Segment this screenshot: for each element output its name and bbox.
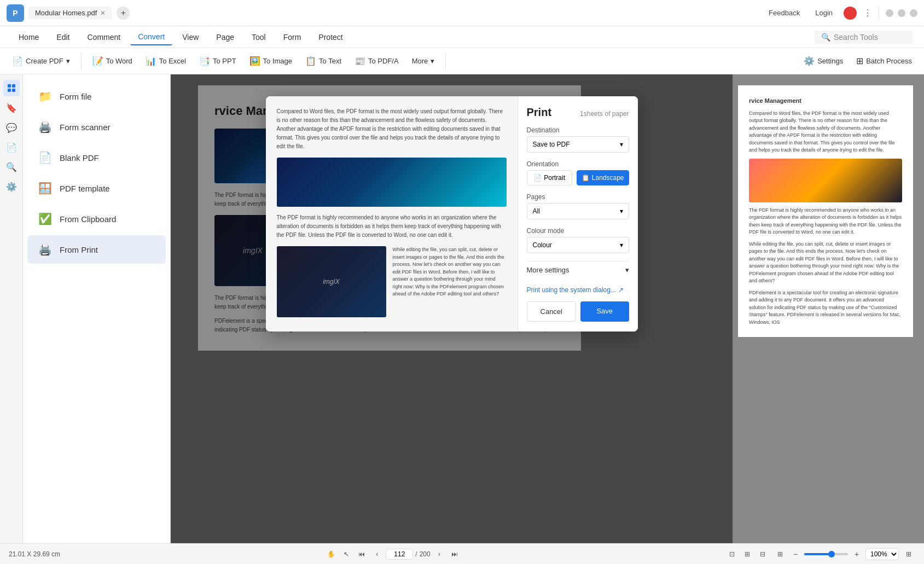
next-page-button[interactable]: › — [433, 548, 446, 561]
create-pdf-chevron: ▾ — [66, 57, 70, 65]
portrait-icon: 📄 — [533, 174, 542, 182]
orientation-section: Orientation 📄 Portrait 📋 Landscape — [527, 160, 629, 185]
landscape-button[interactable]: 📋 Landscape — [577, 170, 629, 185]
sidebar-icon-view[interactable] — [3, 80, 20, 96]
to-image-button[interactable]: 🖼️ To Image — [244, 53, 298, 69]
zoom-level-select[interactable]: 100% 75% 125% 150% — [865, 548, 899, 560]
sidebar-icon-search[interactable]: 🔍 — [3, 159, 20, 175]
orientation-label: Orientation — [527, 160, 629, 168]
to-pdfa-label: To PDF/A — [368, 57, 399, 65]
tab-active[interactable]: Modular Homes.pdf ✕ — [28, 7, 112, 19]
close-button[interactable] — [910, 9, 917, 17]
zoom-in-button[interactable]: + — [851, 549, 862, 560]
more-options-icon[interactable]: ⋮ — [863, 8, 872, 18]
panel-item-blank-pdf[interactable]: 📄 Blank PDF — [27, 143, 166, 172]
new-tab-button[interactable]: + — [117, 7, 130, 20]
to-ppt-button[interactable]: 📑 To PPT — [194, 53, 242, 69]
to-pdfa-icon: 📰 — [355, 56, 365, 66]
layout-icon[interactable]: ⊞ — [902, 548, 915, 561]
to-text-button[interactable]: 📋 To Text — [300, 53, 347, 69]
grid-view-icon[interactable]: ⊞ — [774, 548, 787, 561]
zoom-slider[interactable] — [804, 553, 848, 555]
menu-form[interactable]: Form — [276, 30, 309, 45]
sidebar-icon-pages[interactable]: 📄 — [3, 139, 20, 155]
hand-tool-icon[interactable]: ✋ — [324, 548, 338, 561]
svg-rect-1 — [12, 84, 15, 88]
pages-select[interactable]: All ▾ — [527, 203, 629, 219]
save-button[interactable]: Save — [580, 301, 629, 322]
maximize-button[interactable] — [898, 9, 905, 17]
to-ppt-icon: 📑 — [199, 56, 210, 66]
last-page-button[interactable]: ⏭ — [448, 548, 461, 561]
search-tools[interactable]: 🔍 Search Tools — [815, 31, 913, 44]
feedback-button[interactable]: Feedback — [764, 7, 804, 19]
to-pdfa-button[interactable]: 📰 To PDF/A — [349, 53, 404, 69]
zoom-thumb[interactable] — [828, 551, 835, 557]
colour-mode-label: Colour mode — [527, 227, 629, 235]
window-controls — [886, 9, 917, 17]
panel-item-from-clipboard[interactable]: ✅ From Clipboard — [27, 205, 166, 233]
rotate-icon[interactable]: ⊟ — [756, 548, 769, 561]
fit-width-icon[interactable]: ⊞ — [741, 548, 754, 561]
more-settings-row[interactable]: More settings ▾ — [527, 261, 629, 278]
menu-comment[interactable]: Comment — [79, 30, 128, 45]
status-bar: 21.01 X 29.69 cm ✋ ↖ ⏮ ‹ / 200 › ⏭ ⊡ ⊞ ⊟… — [0, 543, 924, 564]
print-preview-area: Compared to Word files, the PDF format i… — [266, 96, 518, 332]
to-excel-button[interactable]: 📊 To Excel — [140, 53, 191, 69]
print-dialog-title: Print — [527, 106, 552, 119]
destination-select[interactable]: Save to PDF ▾ — [527, 136, 629, 153]
left-panel: 📁 Form file 🖨️ Form scanner 📄 Blank PDF … — [23, 74, 171, 543]
more-button[interactable]: More ▾ — [406, 54, 440, 68]
minimize-button[interactable] — [886, 9, 893, 17]
user-avatar[interactable] — [844, 7, 857, 20]
menu-convert[interactable]: Convert — [130, 29, 172, 45]
to-word-button[interactable]: 📝 To Word — [87, 53, 138, 69]
menu-protect[interactable]: Protect — [311, 30, 350, 45]
sidebar-icon-tools[interactable]: ⚙️ — [3, 178, 20, 195]
portrait-button[interactable]: 📄 Portrait — [527, 170, 572, 185]
panel-item-pdf-template[interactable]: 🪟 PDF template — [27, 174, 166, 202]
zoom-controls: ⊞ − + 100% 75% 125% 150% ⊞ — [774, 548, 915, 561]
blank-pdf-icon: 📄 — [38, 151, 52, 164]
select-tool-icon[interactable]: ↖ — [340, 548, 353, 561]
system-dialog-link[interactable]: Print using the system dialog... ↗ — [527, 286, 629, 294]
pdf-template-label: PDF template — [60, 184, 110, 193]
create-pdf-icon: 📄 — [12, 56, 23, 66]
toolbar-sep-1 — [81, 53, 82, 69]
create-pdf-button[interactable]: 📄 Create PDF ▾ — [7, 53, 75, 69]
colour-select[interactable]: Colour ▾ — [527, 237, 629, 253]
settings-button[interactable]: ⚙️ Settings — [798, 53, 849, 69]
batch-process-button[interactable]: ⊞ Batch Process — [851, 53, 917, 69]
first-page-button[interactable]: ⏮ — [355, 548, 368, 561]
menu-tool[interactable]: Tool — [244, 30, 274, 45]
pdf-right-page: rvice Management Compared to Word files,… — [738, 85, 913, 337]
right-text-4: PDFelement is a spectacular tool for cre… — [749, 289, 902, 327]
colour-value: Colour — [533, 241, 552, 249]
total-pages: 200 — [420, 550, 431, 558]
sidebar-icon-comment[interactable]: 💬 — [3, 119, 20, 136]
menu-page[interactable]: Page — [208, 30, 242, 45]
app-logo: P — [7, 4, 24, 22]
sidebar-icon-bookmark[interactable]: 🔖 — [3, 100, 20, 116]
menu-home[interactable]: Home — [11, 30, 47, 45]
preview-image-1 — [277, 158, 507, 207]
panel-item-form-file[interactable]: 📁 Form file — [27, 82, 166, 111]
fit-page-icon[interactable]: ⊡ — [725, 548, 739, 561]
close-tab-icon[interactable]: ✕ — [100, 9, 106, 17]
page-number-input[interactable] — [386, 549, 413, 560]
login-button[interactable]: Login — [811, 7, 837, 19]
prev-page-button[interactable]: ‹ — [370, 548, 383, 561]
form-scanner-icon: 🖨️ — [38, 120, 52, 133]
colour-mode-section: Colour mode Colour ▾ — [527, 227, 629, 253]
zoom-out-button[interactable]: − — [790, 549, 801, 560]
panel-item-from-print[interactable]: 🖨️ From Print — [27, 235, 166, 264]
menu-view[interactable]: View — [175, 30, 206, 45]
to-ppt-label: To PPT — [213, 57, 236, 65]
panel-item-form-scanner[interactable]: 🖨️ Form scanner — [27, 113, 166, 141]
print-sheets-info: 1sheets of paper — [580, 110, 629, 118]
menu-edit[interactable]: Edit — [49, 30, 77, 45]
cancel-button[interactable]: Cancel — [527, 301, 577, 322]
preview-side-text: While editing the file, you can split, c… — [393, 246, 507, 317]
page-separator: / — [415, 550, 417, 558]
destination-value: Save to PDF — [533, 141, 570, 148]
